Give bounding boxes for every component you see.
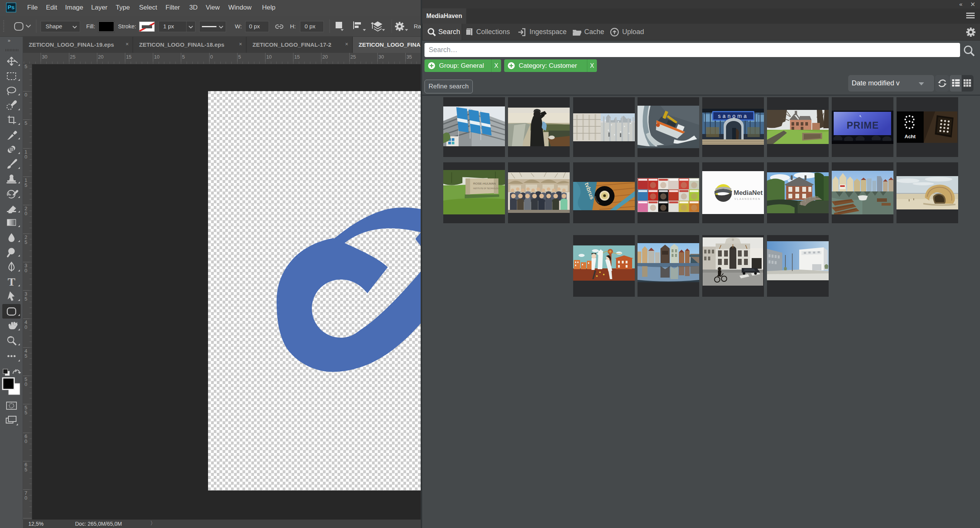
svg-text:T: T [8, 275, 15, 288]
svg-text:PRIME: PRIME [847, 120, 879, 131]
svg-text:»: » [8, 38, 10, 43]
svg-text:MediaNet: MediaNet [734, 189, 763, 196]
svg-text:ROSE-HULMAN: ROSE-HULMAN [473, 182, 496, 185]
svg-text:Acht: Acht [905, 134, 916, 139]
svg-text:INSTITUTE OF TECHNOLOGY: INSTITUTE OF TECHNOLOGY [473, 187, 500, 190]
svg-text:VLAANDEREN: VLAANDEREN [734, 198, 761, 200]
